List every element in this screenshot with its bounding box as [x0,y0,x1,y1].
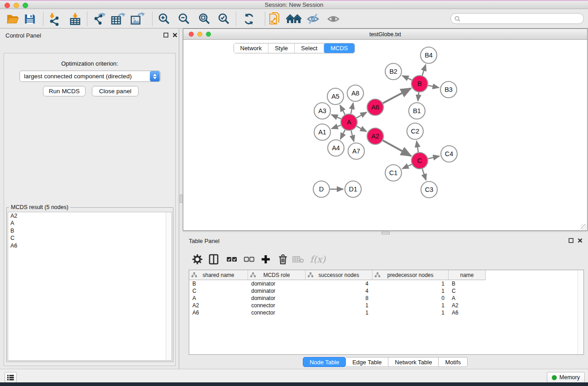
edge-C-C1[interactable] [402,164,412,169]
tab-motifs[interactable]: Motifs [439,357,468,367]
show-selected-icon[interactable] [325,11,342,27]
tab-select[interactable]: Select [294,43,324,53]
edge-B-B2[interactable] [402,76,412,80]
graph-node-A4[interactable]: A4 [328,140,344,156]
export-image-icon[interactable] [129,11,146,27]
table-settings-icon[interactable] [191,253,204,266]
mcds-result-item[interactable]: A2 [8,212,172,219]
delete-table-icon[interactable] [292,253,305,266]
graph-node-D1[interactable]: D1 [345,181,361,197]
graph-node-A[interactable]: A [341,114,357,130]
column-header-name[interactable]: name [449,270,486,280]
search-input[interactable] [463,15,583,22]
node-table[interactable]: shared nameMCDS rolesuccessor nodesprede… [189,270,584,355]
export-table-icon[interactable] [110,11,127,27]
new-network-icon[interactable] [266,11,283,27]
graph-node-C2[interactable]: C2 [407,123,423,139]
graph-node-B2[interactable]: B2 [385,63,402,80]
import-network-icon[interactable] [46,11,63,27]
table-row[interactable]: A6connector11A6 [189,309,583,316]
window-resize-grip[interactable] [581,224,587,230]
search-field[interactable] [450,13,584,24]
vertical-split-handle[interactable] [180,195,182,203]
table-row[interactable]: A2connector11A2 [189,302,583,309]
graph-node-A7[interactable]: A7 [348,143,364,159]
column-header-predecessor-nodes[interactable]: predecessor nodes [373,270,449,280]
column-header-successor-nodes[interactable]: successor nodes [306,270,373,280]
float-table-panel-icon[interactable] [569,238,574,243]
tab-node-table[interactable]: Node Table [303,357,346,367]
open-session-icon[interactable] [4,11,21,27]
edge-A-A1[interactable] [332,125,341,129]
graph-node-A5[interactable]: A5 [327,88,344,105]
graph-node-A6[interactable]: A6 [367,99,383,115]
maximize-window-button[interactable] [23,3,28,8]
edge-A2-C[interactable] [383,140,411,156]
table-row[interactable]: Bdominator41B [189,280,583,287]
memory-button[interactable]: Memory [547,372,585,383]
delete-column-icon[interactable] [276,253,290,266]
close-panel-icon[interactable] [172,33,177,38]
show-all-icon[interactable] [285,11,302,27]
edge-B-B1[interactable] [418,92,419,101]
edge-A-A7[interactable] [351,130,354,141]
mcds-result-item[interactable]: B [8,227,172,234]
graph-node-D[interactable]: D [313,181,330,197]
add-column-icon[interactable] [259,253,272,266]
zoom-selected-icon[interactable] [215,11,232,27]
edge-A6-B[interactable] [383,88,411,103]
table-scrollbar[interactable] [578,270,583,354]
optimization-criterion-dropdown[interactable]: largest connected component (directed) [19,71,161,82]
float-panel-icon[interactable] [163,33,168,38]
graph-node-B1[interactable]: B1 [409,103,425,119]
graph-node-C3[interactable]: C3 [421,181,437,198]
graph-node-A8[interactable]: A8 [347,85,363,101]
network-graph-canvas[interactable]: AA1A3A5A8A4A7A6A2BB2B4B3B1CC2C4C1C3DD1 [183,40,586,230]
graph-node-B4[interactable]: B4 [421,47,437,63]
zoom-in-icon[interactable] [155,11,172,27]
tab-network-table[interactable]: Network Table [388,357,439,367]
select-all-icon[interactable] [225,253,239,266]
edge-A-A3[interactable] [331,115,341,119]
horizontal-split-handle[interactable] [382,232,390,234]
zoom-fit-icon[interactable] [196,11,213,27]
mcds-result-item[interactable]: A [8,219,172,227]
edge-B-B3[interactable] [428,86,439,88]
graph-node-C1[interactable]: C1 [385,165,402,181]
edge-A-A5[interactable] [340,105,345,114]
hide-selected-icon[interactable] [305,11,322,27]
column-header-shared-name[interactable]: shared name [189,270,248,280]
result-list-scrollbar[interactable] [166,212,172,360]
graph-node-B[interactable]: B [411,76,428,92]
edge-B-B4[interactable] [422,65,426,76]
graph-node-A2[interactable]: A2 [367,128,383,144]
minimize-window-button[interactable] [14,3,19,8]
tab-network[interactable]: Network [234,43,268,53]
graph-node-C4[interactable]: C4 [441,146,457,162]
unselect-all-icon[interactable] [242,253,256,266]
export-network-icon[interactable] [91,11,108,27]
mcds-result-list[interactable]: A2ABCA6 [8,212,172,361]
tab-style[interactable]: Style [268,43,294,53]
graph-node-A3[interactable]: A3 [314,103,330,119]
import-table-icon[interactable] [67,11,84,27]
edge-A-A6[interactable] [357,112,367,118]
refresh-icon[interactable] [240,11,258,27]
edge-C-C4[interactable] [428,156,440,159]
close-panel-button[interactable]: Close panel [92,86,139,96]
zoom-out-icon[interactable] [175,11,192,27]
edge-A-A4[interactable] [340,130,345,139]
edge-A-A2[interactable] [357,126,367,132]
graph-node-C[interactable]: C [411,152,428,169]
close-table-panel-icon[interactable] [578,238,583,243]
save-session-icon[interactable] [21,11,38,27]
mcds-result-item[interactable]: C [8,234,172,242]
edge-C-C2[interactable] [416,141,418,152]
tab-edge-table[interactable]: Edge Table [346,357,388,367]
close-window-button[interactable] [5,3,10,8]
graph-node-A1[interactable]: A1 [314,124,330,140]
task-history-button[interactable] [5,372,17,383]
function-builder-icon[interactable]: f(x) [308,253,328,266]
graph-node-B3[interactable]: B3 [440,81,457,98]
run-mcds-button[interactable]: Run MCDS [43,86,86,96]
